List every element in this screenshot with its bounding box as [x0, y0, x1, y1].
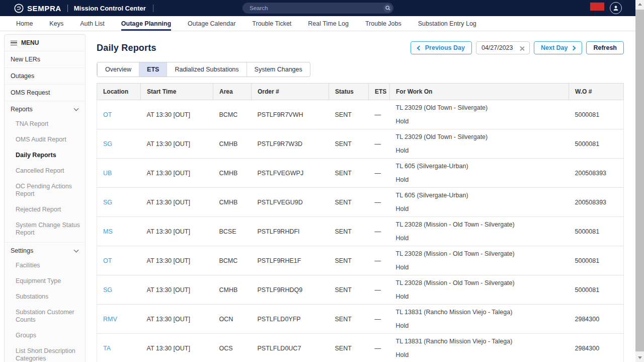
refresh-button[interactable]: Refresh — [586, 41, 624, 54]
sidebar-subitem[interactable]: Daily Reports — [5, 148, 85, 163]
page-scrollbar[interactable] — [635, 0, 644, 362]
cell-start-time: AT 13:30 [OUT] — [141, 305, 213, 334]
work-on-note: Hold — [396, 351, 563, 359]
sidebar-subitem[interactable]: TNA Report — [5, 116, 85, 132]
primary-nav: Home Keys Auth List Outage Planning Outa… — [0, 16, 644, 31]
work-on-note: Hold — [396, 235, 563, 242]
cell-start-time: AT 13:30 [OUT] — [141, 129, 213, 159]
nav-item[interactable]: Trouble Jobs — [365, 16, 401, 31]
sidebar-subitem[interactable]: Rejected Report — [5, 202, 85, 218]
ets-dash: — — [375, 345, 381, 352]
cell-order-number: PSTLF9RHE1F — [252, 246, 329, 275]
sidebar-subitem[interactable]: Facilities — [5, 258, 85, 273]
sidebar-subitem[interactable]: Substation Customer Counts — [5, 305, 85, 328]
previous-day-button[interactable]: Previous Day — [411, 41, 472, 54]
date-input[interactable] — [481, 44, 515, 51]
main-content: Daily Reports Previous Day Next Day Refr… — [86, 34, 624, 362]
sidebar-subitem[interactable]: Equipment Type — [5, 273, 85, 289]
tab[interactable]: Overview — [97, 62, 139, 77]
chevron-right-icon — [571, 45, 576, 50]
scroll-down-arrow[interactable] — [635, 353, 644, 362]
work-on-note: Hold — [396, 264, 563, 271]
cell-for-work-on: TL 605 (Silvergate-Urban) Hold — [390, 188, 569, 217]
cell-for-work-on: TL 23028 (Mission - Old Town - Silvergat… — [390, 246, 569, 275]
sidebar-sections: Reports TNA Report OMS Audit Report Dail… — [5, 101, 85, 362]
work-on-text: TL 23028 (Mission - Old Town - Silvergat… — [396, 221, 563, 229]
cell-status: SENT — [329, 275, 369, 305]
location-link[interactable]: SG — [103, 286, 112, 294]
divider — [67, 5, 68, 12]
tab[interactable]: Radialized Substations — [167, 62, 246, 77]
table-row: MS AT 13:30 [OUT] BCSE PSTLF9RHDFI SENT … — [97, 217, 624, 246]
sidebar-section-header[interactable]: Settings — [5, 243, 85, 258]
nav-item[interactable]: Substation Entry Log — [418, 16, 476, 31]
sidebar-item[interactable]: OMS Request — [5, 85, 85, 101]
sidebar-subitem[interactable]: OMS Audit Report — [5, 132, 85, 148]
ets-dash: — — [375, 170, 381, 177]
cell-order-number: PSTLF9R7W3D — [252, 129, 329, 159]
sidebar-subitem[interactable]: Cancelled Report — [5, 163, 85, 179]
cell-start-time: AT 13:30 [OUT] — [141, 100, 213, 129]
location-link[interactable]: RMV — [103, 316, 117, 323]
cell-wo-number: 5000081 — [569, 246, 624, 275]
nav-item[interactable]: Outage Planning — [121, 16, 171, 31]
global-search[interactable] — [243, 3, 393, 14]
nav-item[interactable]: Outage Calendar — [188, 16, 235, 31]
sidebar-subitem[interactable]: OC Pending Actions Report — [5, 179, 85, 202]
sidebar-subitem[interactable]: List Short Description Categories — [5, 343, 85, 362]
tab[interactable]: System Changes — [247, 62, 310, 77]
menu-toggle[interactable]: MENU — [5, 35, 85, 51]
ets-dash: — — [375, 140, 381, 148]
nav-item[interactable]: Real Time Log — [308, 16, 349, 31]
location-link[interactable]: MS — [103, 228, 113, 235]
cell-wo-number: 200508393 — [569, 188, 624, 217]
table-row: RMV AT 13:30 [OUT] OCN PSTLFLD0YFP SENT … — [97, 305, 624, 334]
location-link[interactable]: OT — [103, 111, 112, 118]
work-on-text: TL 23029 (Old Town - Silvergate) — [396, 133, 563, 141]
scroll-up-arrow[interactable] — [635, 0, 644, 9]
work-on-text: TL 23029 (Old Town - Silvergate) — [396, 104, 563, 112]
spacer — [5, 241, 85, 242]
sidebar: MENU New LERs Outages OMS Request Report… — [4, 34, 86, 362]
table-row: SG AT 13:30 [OUT] CMHB PSTLFVEGU9D SENT … — [97, 188, 624, 217]
scrollbar-thumb[interactable] — [635, 10, 644, 351]
nav-item[interactable]: Auth List — [80, 16, 105, 31]
flag-icon[interactable] — [589, 2, 605, 15]
cell-location: SG — [97, 188, 141, 217]
table-row: SG AT 13:30 [OUT] CMHB PSTLF9RHDQ9 SENT … — [97, 275, 624, 305]
location-link[interactable]: TA — [103, 345, 111, 352]
sempra-logo-icon — [14, 4, 24, 13]
sidebar-subitem[interactable]: System Change Status Report — [5, 218, 85, 241]
location-link[interactable]: UB — [103, 170, 112, 177]
location-link[interactable]: SG — [103, 140, 112, 148]
cell-for-work-on: TL 605 (Silvergate-Urban) Hold — [390, 159, 569, 188]
tab[interactable]: ETS — [139, 62, 167, 77]
cell-wo-number: 200508393 — [569, 159, 624, 188]
search-icon[interactable] — [383, 4, 392, 13]
table-row: OT AT 13:30 [OUT] BCMC PSTLF9RHE1F SENT … — [97, 246, 624, 275]
location-link[interactable]: OT — [103, 257, 112, 264]
search-input[interactable] — [250, 5, 383, 11]
sidebar-item[interactable]: New LERs — [5, 51, 85, 68]
cell-start-time: AT 13:30 [OUT] — [141, 246, 213, 275]
sidebar-section-header[interactable]: Reports — [5, 101, 85, 116]
nav-item[interactable]: Trouble Ticket — [252, 16, 291, 31]
cell-location: SG — [97, 275, 141, 305]
table-row: OT AT 13:30 [OUT] BCMC PSTLF9R7VWH SENT … — [97, 100, 624, 129]
previous-day-label: Previous Day — [425, 44, 465, 51]
location-link[interactable]: SG — [103, 199, 112, 206]
cell-order-number: PSTLFVEGWPJ — [252, 159, 329, 188]
sidebar-top-items: New LERs Outages OMS Request — [5, 51, 85, 101]
sidebar-subitem[interactable]: Groups — [5, 328, 85, 343]
user-account-icon[interactable] — [610, 2, 622, 14]
cell-ets: — — [369, 100, 390, 129]
sidebar-subitem[interactable]: Substations — [5, 289, 85, 305]
nav-item[interactable]: Keys — [49, 16, 63, 31]
next-day-button[interactable]: Next Day — [534, 41, 583, 54]
nav-item[interactable]: Home — [16, 16, 33, 31]
clear-date-icon[interactable] — [520, 46, 524, 50]
date-field[interactable] — [476, 41, 530, 54]
cell-start-time: AT 13:30 [OUT] — [141, 334, 213, 362]
sidebar-item[interactable]: Outages — [5, 68, 85, 85]
table-row: SG AT 13:30 [OUT] CMHB PSTLF9R7W3D SENT … — [97, 129, 624, 159]
